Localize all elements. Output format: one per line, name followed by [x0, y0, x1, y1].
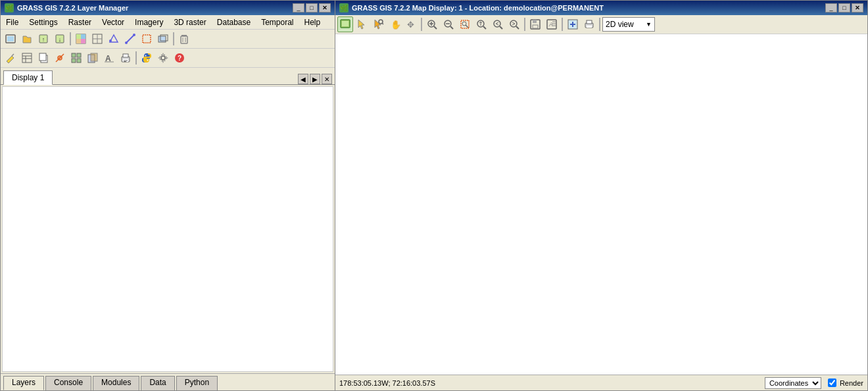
map-separator-2: [524, 18, 525, 31]
svg-rect-91: [587, 26, 592, 28]
menu-3d-raster[interactable]: 3D raster: [168, 15, 211, 29]
map-display-window: 🌿 GRASS GIS 7.2.2 Map Display: 1 - Locat…: [335, 0, 868, 391]
toolbar-2: A ?: [1, 49, 335, 68]
svg-line-26: [12, 54, 14, 56]
map-display-title: GRASS GIS 7.2.2 Map Display: 1 - Locatio…: [352, 4, 604, 12]
map-status-bar: 178:53:05.13W; 72:16:03.57S Coordinates …: [335, 375, 867, 390]
save-region-button[interactable]: [527, 16, 543, 32]
zoom-forward-button[interactable]: [506, 16, 522, 32]
svg-line-77: [516, 26, 519, 29]
map-minimize-button[interactable]: _: [825, 3, 837, 13]
zoom-out-button[interactable]: [441, 16, 456, 32]
python-button[interactable]: [139, 50, 155, 66]
raster2-button[interactable]: [89, 31, 105, 47]
region-button[interactable]: [139, 31, 155, 47]
separator-1: [70, 32, 71, 45]
open-file-button[interactable]: [19, 31, 35, 47]
svg-text:↓: ↓: [59, 36, 62, 43]
vector2-button[interactable]: [122, 31, 138, 47]
svg-rect-57: [342, 21, 349, 26]
zoom-auto-button[interactable]: [473, 16, 489, 32]
overlay2-button[interactable]: [85, 50, 101, 66]
settings-button[interactable]: [155, 50, 171, 66]
add-map-element-button[interactable]: [565, 16, 581, 32]
render-checkbox[interactable]: [828, 378, 836, 387]
menu-database[interactable]: Database: [212, 15, 256, 29]
help-icon-button[interactable]: ?: [172, 50, 187, 66]
tab-console[interactable]: Console: [45, 376, 91, 390]
map-info-text[interactable]: A: [544, 16, 560, 32]
separator-2: [173, 32, 174, 45]
tab-layers[interactable]: Layers: [3, 376, 44, 390]
tab-modules[interactable]: Modules: [93, 376, 139, 390]
map-toolbar: ✋ ✥: [335, 15, 867, 34]
map-separator-4: [599, 18, 600, 31]
menu-help[interactable]: Help: [299, 15, 326, 29]
maximize-button[interactable]: □: [306, 3, 318, 13]
menu-vector[interactable]: Vector: [97, 15, 130, 29]
move-tool-button[interactable]: ✥: [403, 16, 419, 32]
svg-rect-9: [76, 39, 81, 43]
svg-text:A: A: [548, 21, 553, 28]
display-1-tab[interactable]: Display 1: [3, 70, 53, 85]
label-button[interactable]: A: [101, 50, 117, 66]
svg-rect-23: [181, 36, 187, 43]
layer-manager-title: GRASS GIS 7.2.2 Layer Manager: [17, 4, 128, 12]
coordinates-select[interactable]: Coordinates: [765, 377, 821, 389]
map-maximize-button[interactable]: □: [838, 3, 850, 13]
separator-3: [135, 51, 137, 65]
raster-map-button[interactable]: [73, 31, 89, 47]
svg-point-15: [109, 39, 112, 42]
grid-button[interactable]: [68, 50, 84, 66]
table-button[interactable]: [19, 50, 35, 66]
copy-button[interactable]: [36, 50, 51, 66]
overlay-button[interactable]: [155, 31, 171, 47]
print-button[interactable]: [118, 50, 133, 66]
svg-line-63: [434, 26, 437, 29]
pan-tool-button[interactable]: ✋: [387, 16, 402, 32]
tab-nav: ◀ ▶ ✕: [298, 74, 335, 84]
tab-next-button[interactable]: ▶: [310, 74, 320, 84]
svg-rect-38: [77, 53, 81, 57]
query-tool-button[interactable]: [370, 16, 386, 32]
view-mode-label: 2D view: [606, 20, 634, 29]
zoom-region-button[interactable]: [457, 16, 473, 32]
svg-rect-90: [587, 20, 592, 24]
menu-imagery[interactable]: Imagery: [130, 15, 168, 29]
svg-rect-46: [123, 54, 128, 57]
svg-text:✥: ✥: [407, 20, 414, 30]
menu-raster[interactable]: Raster: [63, 15, 97, 29]
edit-button[interactable]: [3, 50, 18, 66]
menu-file[interactable]: File: [1, 15, 24, 29]
coordinates-dropdown[interactable]: Coordinates: [765, 377, 821, 389]
map-separator-3: [562, 18, 563, 31]
close-button[interactable]: ✕: [319, 3, 331, 13]
tab-python[interactable]: Python: [176, 376, 218, 390]
svg-point-17: [125, 41, 128, 44]
vector-map-button[interactable]: [106, 31, 122, 47]
zoom-back-button[interactable]: [490, 16, 506, 32]
tab-prev-button[interactable]: ◀: [298, 74, 308, 84]
display-map-button[interactable]: [337, 16, 353, 32]
layer-manager-titlebar: 🌿 GRASS GIS 7.2.2 Layer Manager _ □ ✕: [1, 1, 335, 15]
tab-close-button[interactable]: ✕: [322, 74, 332, 84]
svg-rect-1: [7, 36, 14, 41]
import-button[interactable]: ↑: [36, 31, 51, 47]
minimize-button[interactable]: _: [293, 3, 304, 13]
view-mode-dropdown[interactable]: 2D view ▼: [602, 17, 655, 32]
tab-data[interactable]: Data: [141, 376, 174, 390]
map-display-controls: _ □ ✕: [825, 3, 863, 13]
menu-settings[interactable]: Settings: [24, 15, 62, 29]
digitize-button[interactable]: [52, 50, 68, 66]
print-map-button[interactable]: [581, 16, 597, 32]
zoom-in-button[interactable]: [424, 16, 440, 32]
map-close-button[interactable]: ✕: [852, 3, 863, 13]
delete-button[interactable]: [176, 31, 192, 47]
pointer-tool-button[interactable]: [354, 16, 370, 32]
new-map-button[interactable]: [3, 31, 18, 47]
render-label: Render: [840, 379, 863, 387]
svg-rect-37: [72, 53, 76, 57]
export-button[interactable]: ↓: [52, 31, 68, 47]
svg-rect-20: [158, 36, 166, 42]
menu-temporal[interactable]: Temporal: [256, 15, 299, 29]
